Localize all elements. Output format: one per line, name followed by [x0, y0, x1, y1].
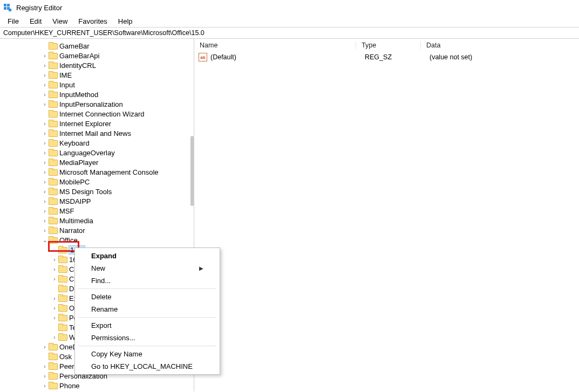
string-value-icon: ab [199, 53, 207, 61]
expander-icon[interactable]: › [41, 140, 49, 146]
values-pane[interactable]: Name Type Data ab (Default) REG_SZ (valu… [194, 39, 579, 391]
context-menu-item[interactable]: New▶ [76, 262, 219, 274]
column-type[interactable]: Type [356, 42, 421, 49]
expander-icon[interactable]: › [51, 315, 58, 321]
tree-node-label: Narrator [59, 226, 85, 235]
context-menu-item-label: Copy Key Name [91, 350, 142, 358]
tree-node[interactable]: ›Microsoft Management Console [33, 167, 194, 177]
expander-icon[interactable]: › [41, 198, 49, 204]
expander-icon[interactable]: › [41, 121, 49, 127]
tree-node[interactable]: ›GameBarApi [33, 51, 194, 60]
tree-node-label: GameBar [59, 42, 90, 50]
expander-icon[interactable]: › [41, 169, 49, 175]
folder-icon [49, 343, 57, 350]
expander-icon[interactable]: › [41, 92, 49, 98]
tree-node-label: MSDAIPP [59, 197, 91, 205]
context-menu-item[interactable]: Delete [76, 291, 219, 303]
tree-node[interactable]: ›MediaPlayer [33, 157, 194, 167]
expander-icon[interactable]: › [51, 266, 58, 272]
menu-help[interactable]: Help [113, 16, 138, 26]
expander-icon[interactable]: › [41, 344, 49, 350]
menu-favorites[interactable]: Favorites [73, 16, 112, 26]
folder-icon [49, 139, 57, 147]
column-name[interactable]: Name [194, 42, 356, 49]
folder-icon [49, 100, 57, 108]
expander-icon[interactable]: › [41, 218, 49, 224]
context-menu-item[interactable]: Rename [76, 303, 219, 315]
expander-icon[interactable]: › [41, 228, 49, 233]
tree-node[interactable]: ›InputPersonalization [33, 99, 194, 109]
value-row[interactable]: ab (Default) REG_SZ (value not set) [194, 52, 579, 63]
folder-icon [49, 372, 57, 380]
tree-node-label: Phone [59, 382, 80, 390]
expander-icon[interactable]: › [51, 305, 58, 311]
context-menu-item[interactable]: Export [76, 319, 219, 332]
expander-icon[interactable]: › [41, 189, 49, 195]
folder-icon [49, 110, 57, 118]
tree-node[interactable]: Internet Connection Wizard [33, 109, 194, 119]
expander-icon[interactable]: › [41, 363, 49, 369]
context-menu-item[interactable]: Copy Key Name [76, 348, 219, 360]
folder-icon [49, 129, 57, 137]
column-data[interactable]: Data [421, 42, 579, 49]
folder-icon [58, 256, 67, 263]
tree-node[interactable]: ›Keyboard [33, 138, 194, 148]
context-menu-item[interactable]: Expand [76, 250, 219, 262]
expander-icon[interactable]: › [41, 208, 49, 214]
expander-icon[interactable]: › [41, 179, 49, 185]
context-menu-item-label: Expand [91, 252, 117, 260]
context-menu-item-label: New [91, 264, 105, 272]
expander-icon[interactable]: › [41, 160, 49, 166]
context-menu-item-label: Export [91, 321, 112, 329]
tree-node[interactable]: ⌄Office [33, 235, 194, 245]
context-menu-separator [78, 317, 216, 318]
menu-view[interactable]: View [47, 16, 73, 26]
scrollbar-thumb[interactable] [190, 136, 194, 206]
tree-node[interactable]: ›Internet Explorer [33, 119, 194, 128]
folder-icon [49, 178, 57, 185]
expander-icon[interactable]: › [41, 383, 49, 389]
folder-icon [49, 149, 57, 156]
tree-node[interactable]: ›MS Design Tools [33, 187, 194, 196]
tree-node[interactable]: ›LanguageOverlay [33, 148, 194, 157]
tree-node[interactable]: ›MSF [33, 206, 194, 216]
tree-node[interactable]: ›Phone [33, 381, 194, 390]
expander-icon[interactable]: › [41, 373, 49, 379]
expander-icon[interactable]: › [41, 53, 49, 59]
address-bar[interactable]: Computer\HKEY_CURRENT_USER\Software\Micr… [0, 27, 579, 39]
expander-icon[interactable]: › [41, 72, 49, 78]
tree-node-label: Internet Explorer [59, 120, 111, 128]
folder-icon [49, 71, 57, 79]
tree-node[interactable]: ›MSDAIPP [33, 196, 194, 206]
expander-icon[interactable]: › [41, 150, 49, 156]
tree-node-label: MS Design Tools [59, 188, 112, 196]
tree-node[interactable]: ›Narrator [33, 225, 194, 235]
expander-icon[interactable]: › [51, 295, 58, 301]
expander-icon[interactable]: › [51, 276, 58, 282]
menu-file[interactable]: File [2, 16, 24, 26]
tree-node[interactable]: ›Input [33, 80, 194, 90]
expander-icon[interactable]: › [51, 334, 58, 340]
submenu-arrow-icon: ▶ [199, 265, 203, 271]
context-menu-item[interactable]: Find... [76, 274, 219, 287]
tree-node[interactable]: ›IME [33, 70, 194, 80]
expander-icon[interactable]: › [41, 130, 49, 136]
expander-icon[interactable]: › [41, 82, 49, 88]
context-menu-item[interactable]: Permissions... [76, 332, 219, 344]
tree-node[interactable]: ›IdentityCRL [33, 60, 194, 70]
tree-node[interactable]: ›MobilePC [33, 177, 194, 187]
tree-node-label: MobilePC [59, 178, 90, 186]
expander-icon[interactable]: › [41, 101, 49, 107]
expander-icon[interactable]: › [41, 63, 49, 68]
tree-node[interactable]: ›Multimedia [33, 216, 194, 225]
folder-icon [49, 382, 57, 389]
tree-node[interactable]: ›Internet Mail and News [33, 128, 194, 138]
tree-node[interactable]: ›InputMethod [33, 90, 194, 99]
tree-node[interactable]: GameBar [33, 41, 194, 51]
tree-node[interactable]: ›Pim [33, 390, 194, 391]
expander-icon[interactable]: › [51, 257, 58, 263]
menu-edit[interactable]: Edit [24, 16, 47, 26]
folder-icon [49, 120, 57, 127]
context-menu-item[interactable]: Go to HKEY_LOCAL_MACHINE [76, 360, 219, 373]
expander-icon[interactable]: ⌄ [41, 237, 49, 243]
